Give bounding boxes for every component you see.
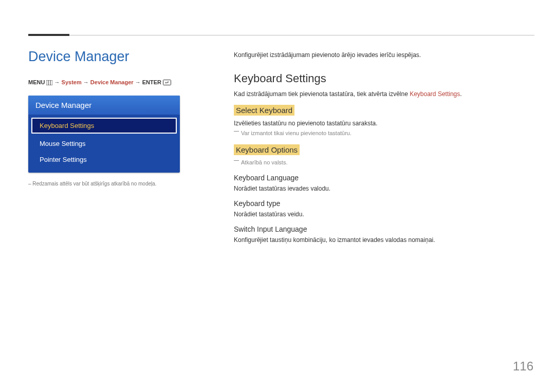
heading-keyboard-options: Keyboard Options (234, 144, 300, 155)
page-number: 116 (513, 359, 533, 374)
keyboard-language-desc: Norādiet tastatūras ievades valodu. (234, 185, 522, 192)
left-footnote: – Redzamais attēls var būt atšķirīgs atk… (28, 181, 180, 186)
desc-red: Keyboard Settings (410, 90, 460, 98)
keyboard-options-note: Atkarībā no valsts. (241, 159, 522, 165)
switch-input-language-desc: Konfigurējiet taustiņu kombināciju, ko i… (234, 236, 522, 244)
top-rule-accent (28, 34, 69, 36)
select-keyboard-note: Var izmantot tikai vienu pievienoto tast… (241, 130, 522, 136)
menu-item-mouse-settings[interactable]: Mouse Settings (28, 136, 180, 152)
menu-grid-icon (46, 80, 52, 86)
left-column: Device Manager MENU → System → Device Ma… (28, 49, 180, 186)
svg-rect-0 (46, 80, 52, 85)
note-dash-icon (234, 160, 239, 161)
menu-panel-header: Device Manager (28, 96, 180, 115)
keyboard-type-desc: Norādiet tastatūras veidu. (234, 211, 522, 218)
desc-pre: Kad izstrādājumam tiek pievienota tastat… (234, 90, 410, 98)
block-select-keyboard: Select Keyboard Izvēlieties tastatūru no… (234, 105, 522, 136)
breadcrumb: MENU → System → Device Manager → ENTER (28, 79, 180, 86)
menu-item-keyboard-settings[interactable]: Keyboard Settings (31, 118, 177, 134)
breadcrumb-system: System (62, 79, 82, 85)
page-title: Device Manager (28, 49, 180, 65)
breadcrumb-device-manager: Device Manager (90, 79, 134, 85)
heading-select-keyboard: Select Keyboard (234, 105, 294, 116)
menu-item-pointer-settings[interactable]: Pointer Settings (28, 152, 180, 167)
heading-switch-input-language: Switch Input Language (234, 225, 522, 233)
note-dash-icon (234, 131, 239, 132)
select-keyboard-desc: Izvēlieties tastatūru no pievienoto tast… (234, 120, 522, 127)
intro-text: Konfigurējiet izstrādājumam pievienoto ā… (234, 51, 522, 59)
note-text: Var izmantot tikai vienu pievienoto tast… (241, 130, 351, 136)
heading-keyboard-type: Keyboard type (234, 199, 522, 208)
breadcrumb-menu: MENU (28, 79, 45, 85)
note-text: Atkarībā no valsts. (241, 159, 288, 165)
top-rule (28, 35, 534, 35)
breadcrumb-arrow: → (135, 79, 141, 85)
heading-keyboard-settings: Keyboard Settings (234, 72, 522, 85)
breadcrumb-arrow: → (83, 79, 89, 85)
breadcrumb-enter: ENTER (142, 79, 161, 85)
breadcrumb-arrow: → (54, 79, 60, 85)
heading-keyboard-language: Keyboard Language (234, 174, 522, 182)
enter-icon (163, 80, 171, 86)
block-keyboard-options: Keyboard Options Atkarībā no valsts. Key… (234, 144, 522, 244)
menu-panel-body: Keyboard Settings Mouse Settings Pointer… (28, 115, 180, 173)
right-column: Konfigurējiet izstrādājumam pievienoto ā… (234, 51, 522, 251)
desc-post: . (460, 90, 461, 98)
keyboard-settings-desc: Kad izstrādājumam tiek pievienota tastat… (234, 90, 522, 98)
menu-panel: Device Manager Keyboard Settings Mouse S… (28, 96, 180, 173)
